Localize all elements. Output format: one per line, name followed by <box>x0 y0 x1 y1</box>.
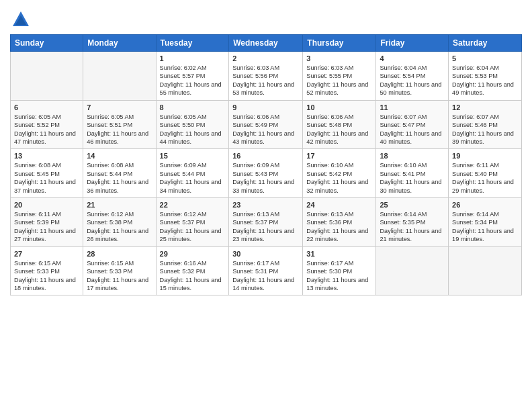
sunrise-label: Sunrise: 6:11 AM <box>14 211 61 218</box>
header <box>10 7 522 29</box>
sunrise-label: Sunrise: 6:06 AM <box>232 113 279 120</box>
sunset-label: Sunset: 5:41 PM <box>380 171 425 177</box>
sunrise-label: Sunrise: 6:16 AM <box>160 260 207 267</box>
calendar-week-row: 27Sunrise: 6:15 AMSunset: 5:33 PMDayligh… <box>11 246 522 295</box>
sunrise-label: Sunrise: 6:06 AM <box>306 113 353 120</box>
sunrise-label: Sunrise: 6:10 AM <box>380 162 427 169</box>
sunset-label: Sunset: 5:34 PM <box>452 219 498 226</box>
sunrise-label: Sunrise: 6:13 AM <box>306 211 353 218</box>
day-content: Sunrise: 6:11 AMSunset: 5:39 PMDaylight:… <box>14 210 79 244</box>
calendar-cell: 22Sunrise: 6:12 AMSunset: 5:37 PMDayligh… <box>156 198 229 247</box>
day-number: 23 <box>232 201 299 209</box>
daylight-label: Daylight: 11 hours and 30 minutes. <box>380 179 441 193</box>
day-content: Sunrise: 6:09 AMSunset: 5:43 PMDaylight:… <box>232 161 299 195</box>
daylight-label: Daylight: 11 hours and 29 minutes. <box>452 179 514 193</box>
daylight-label: Daylight: 11 hours and 25 minutes. <box>160 228 222 242</box>
daylight-label: Daylight: 11 hours and 33 minutes. <box>232 179 294 193</box>
sunrise-label: Sunrise: 6:14 AM <box>452 211 499 218</box>
day-number: 7 <box>87 103 152 111</box>
daylight-label: Daylight: 11 hours and 36 minutes. <box>87 179 148 193</box>
calendar-cell: 11Sunrise: 6:07 AMSunset: 5:47 PMDayligh… <box>376 100 449 149</box>
day-number: 2 <box>232 54 299 62</box>
sunset-label: Sunset: 5:42 PM <box>306 171 352 177</box>
day-content: Sunrise: 6:15 AMSunset: 5:33 PMDaylight:… <box>87 259 152 293</box>
day-number: 20 <box>14 201 79 209</box>
sunset-label: Sunset: 5:44 PM <box>87 171 132 177</box>
calendar-cell: 31Sunrise: 6:17 AMSunset: 5:30 PMDayligh… <box>303 246 376 295</box>
weekday-header-tuesday: Tuesday <box>156 35 229 52</box>
sunset-label: Sunset: 5:33 PM <box>87 268 132 275</box>
day-content: Sunrise: 6:05 AMSunset: 5:50 PMDaylight:… <box>160 113 226 146</box>
calendar-cell: 16Sunrise: 6:09 AMSunset: 5:43 PMDayligh… <box>229 149 303 198</box>
day-number: 29 <box>160 250 226 258</box>
day-number: 26 <box>452 201 518 209</box>
day-number: 17 <box>306 152 372 160</box>
sunrise-label: Sunrise: 6:05 AM <box>14 113 61 120</box>
logo-text <box>10 10 32 29</box>
day-content: Sunrise: 6:07 AMSunset: 5:46 PMDaylight:… <box>452 113 518 146</box>
day-number: 5 <box>452 54 518 62</box>
sunset-label: Sunset: 5:35 PM <box>380 219 425 226</box>
calendar-cell <box>449 246 522 295</box>
daylight-label: Daylight: 11 hours and 43 minutes. <box>232 130 294 145</box>
weekday-header-saturday: Saturday <box>449 35 522 52</box>
day-number: 22 <box>160 201 226 209</box>
calendar-cell: 29Sunrise: 6:16 AMSunset: 5:32 PMDayligh… <box>156 246 229 295</box>
day-content: Sunrise: 6:04 AMSunset: 5:53 PMDaylight:… <box>452 64 518 97</box>
sunset-label: Sunset: 5:36 PM <box>306 219 352 226</box>
daylight-label: Daylight: 11 hours and 14 minutes. <box>232 277 294 291</box>
sunrise-label: Sunrise: 6:13 AM <box>232 211 279 218</box>
daylight-label: Daylight: 11 hours and 18 minutes. <box>14 277 76 291</box>
sunset-label: Sunset: 5:57 PM <box>160 73 206 79</box>
day-content: Sunrise: 6:09 AMSunset: 5:44 PMDaylight:… <box>160 161 226 195</box>
daylight-label: Daylight: 11 hours and 40 minutes. <box>380 130 441 145</box>
calendar-cell: 4Sunrise: 6:04 AMSunset: 5:54 PMDaylight… <box>376 52 449 101</box>
calendar: SundayMondayTuesdayWednesdayThursdayFrid… <box>10 34 522 295</box>
daylight-label: Daylight: 11 hours and 13 minutes. <box>306 277 368 291</box>
daylight-label: Daylight: 11 hours and 21 minutes. <box>380 228 441 242</box>
daylight-label: Daylight: 11 hours and 44 minutes. <box>160 130 222 145</box>
sunset-label: Sunset: 5:32 PM <box>160 268 206 275</box>
calendar-cell: 19Sunrise: 6:11 AMSunset: 5:40 PMDayligh… <box>449 149 522 198</box>
sunrise-label: Sunrise: 6:08 AM <box>87 162 134 169</box>
day-content: Sunrise: 6:06 AMSunset: 5:48 PMDaylight:… <box>306 113 372 146</box>
day-content: Sunrise: 6:16 AMSunset: 5:32 PMDaylight:… <box>160 259 226 293</box>
daylight-label: Daylight: 11 hours and 37 minutes. <box>14 179 76 193</box>
calendar-cell: 3Sunrise: 6:03 AMSunset: 5:55 PMDaylight… <box>303 52 376 101</box>
sunrise-label: Sunrise: 6:12 AM <box>160 211 207 218</box>
daylight-label: Daylight: 11 hours and 23 minutes. <box>232 228 294 242</box>
daylight-label: Daylight: 11 hours and 55 minutes. <box>160 81 222 96</box>
day-number: 31 <box>306 250 372 258</box>
calendar-cell: 13Sunrise: 6:08 AMSunset: 5:45 PMDayligh… <box>11 149 83 198</box>
day-number: 3 <box>306 54 372 62</box>
day-content: Sunrise: 6:03 AMSunset: 5:56 PMDaylight:… <box>232 64 299 97</box>
sunrise-label: Sunrise: 6:11 AM <box>452 162 499 169</box>
daylight-label: Daylight: 11 hours and 27 minutes. <box>14 228 76 242</box>
weekday-header-wednesday: Wednesday <box>229 35 303 52</box>
calendar-cell: 18Sunrise: 6:10 AMSunset: 5:41 PMDayligh… <box>376 149 449 198</box>
calendar-cell: 14Sunrise: 6:08 AMSunset: 5:44 PMDayligh… <box>83 149 156 198</box>
daylight-label: Daylight: 11 hours and 50 minutes. <box>380 81 441 96</box>
day-number: 30 <box>232 250 299 258</box>
daylight-label: Daylight: 11 hours and 42 minutes. <box>306 130 368 145</box>
logo-icon <box>11 10 30 29</box>
sunset-label: Sunset: 5:56 PM <box>232 73 278 79</box>
daylight-label: Daylight: 11 hours and 46 minutes. <box>87 130 148 145</box>
calendar-cell: 25Sunrise: 6:14 AMSunset: 5:35 PMDayligh… <box>376 198 449 247</box>
sunset-label: Sunset: 5:47 PM <box>380 122 425 128</box>
calendar-week-row: 20Sunrise: 6:11 AMSunset: 5:39 PMDayligh… <box>11 198 522 247</box>
sunrise-label: Sunrise: 6:04 AM <box>452 64 499 71</box>
sunset-label: Sunset: 5:52 PM <box>14 122 60 128</box>
day-content: Sunrise: 6:04 AMSunset: 5:54 PMDaylight:… <box>380 64 445 97</box>
logo <box>10 10 32 29</box>
sunrise-label: Sunrise: 6:08 AM <box>14 162 61 169</box>
day-content: Sunrise: 6:13 AMSunset: 5:36 PMDaylight:… <box>306 210 372 244</box>
calendar-cell <box>376 246 449 295</box>
sunrise-label: Sunrise: 6:05 AM <box>160 113 207 120</box>
sunset-label: Sunset: 5:30 PM <box>306 268 352 275</box>
calendar-week-row: 1Sunrise: 6:02 AMSunset: 5:57 PMDaylight… <box>11 52 522 101</box>
weekday-header-sunday: Sunday <box>11 35 83 52</box>
day-number: 1 <box>160 54 226 62</box>
calendar-cell: 23Sunrise: 6:13 AMSunset: 5:37 PMDayligh… <box>229 198 303 247</box>
calendar-cell: 6Sunrise: 6:05 AMSunset: 5:52 PMDaylight… <box>11 100 83 149</box>
